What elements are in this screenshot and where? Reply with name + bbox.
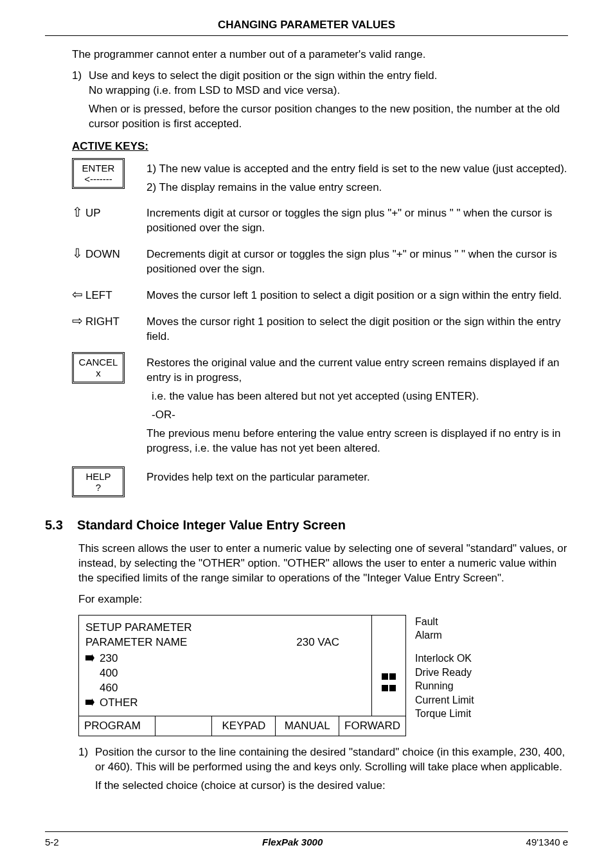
lcd-status-cell: MANUAL: [276, 716, 339, 736]
enter-button-label: ENTER: [78, 163, 119, 173]
pointer-icon: [85, 696, 100, 711]
cancel-desc-2: i.e. the value has been altered but not …: [152, 389, 568, 404]
lcd-option-1: 400: [100, 666, 118, 681]
led-indicator: [382, 673, 396, 680]
enter-desc-1-num: 1): [147, 163, 156, 175]
enter-button[interactable]: ENTER <-------: [72, 158, 125, 190]
key-row-left: ⇦ LEFT Moves the cursor left 1 position …: [72, 285, 568, 307]
after-step-1: 1) Position the cursor to the line conta…: [78, 745, 568, 775]
example-wrap: SETUP PARAMETER PARAMETER NAME 230 VAC 2…: [78, 615, 568, 737]
step-1-line1: Use and keys to select the digit positio…: [89, 69, 437, 82]
lcd-option-3: OTHER: [100, 696, 138, 711]
led-indicator: [382, 685, 396, 691]
section-paragraph-1: This screen allows the user to enter a n…: [78, 542, 568, 586]
svg-marker-1: [85, 698, 94, 706]
legend-item: Alarm: [415, 628, 474, 642]
list-row: OTHER: [85, 696, 365, 711]
section-paragraph-2: For example:: [78, 592, 568, 607]
step-1-line2: No wrapping (i.e. from LSD to MSD and vi…: [89, 84, 340, 96]
led-legend: Fault Alarm Interlock OK Drive Ready Run…: [415, 615, 474, 721]
lcd-status-bar: PROGRAM KEYPAD MANUAL FORWARD: [79, 716, 405, 736]
section-number: 5.3: [45, 517, 77, 534]
cancel-button-sub: x: [78, 368, 119, 378]
left-label: LEFT: [85, 288, 112, 303]
step-1: 1) Use and keys to select the digit posi…: [72, 69, 568, 98]
help-button-label: HELP: [78, 471, 119, 482]
right-label: RIGHT: [85, 315, 120, 330]
footer-page-number: 5-2: [45, 836, 59, 849]
enter-desc-2-txt: The display remains in the value entry s…: [159, 181, 382, 193]
list-row: 400: [85, 666, 365, 681]
section-title: Standard Choice Integer Value Entry Scre…: [77, 517, 568, 534]
footer-rule: [45, 831, 568, 832]
cancel-desc-4: The previous menu before entering the va…: [147, 427, 568, 456]
enter-desc-2-num: 2): [147, 181, 156, 193]
enter-desc-1: 1) The new value is accepted and the ent…: [147, 162, 568, 177]
left-desc: Moves the cursor left 1 position to sele…: [147, 288, 568, 303]
after-step-1-text: Position the cursor to the line containi…: [95, 745, 568, 775]
legend-item: Torque Limit: [415, 707, 474, 721]
key-row-enter: ENTER <------- 1) The new value is accep…: [72, 158, 568, 199]
page-header-title: CHANGING PARAMETER VALUES: [45, 18, 568, 33]
up-arrow-icon: ⇧: [72, 204, 83, 221]
help-button[interactable]: HELP ?: [72, 466, 125, 498]
help-desc: Provides help text on the particular par…: [147, 470, 568, 485]
legend-item: Current Limit: [415, 693, 474, 707]
lcd-status-cell: PROGRAM: [79, 716, 155, 736]
key-row-help: HELP ? Provides help text on the particu…: [72, 466, 568, 498]
lcd-status-cell: FORWARD: [339, 716, 405, 736]
footer-title: FlexPak 3000: [262, 836, 323, 849]
legend-item: Drive Ready: [415, 666, 474, 680]
after-step-1-number: 1): [78, 745, 95, 775]
key-row-up: ⇧ UP Increments digit at cursor or toggl…: [72, 202, 568, 240]
lcd-led-column: [372, 616, 405, 716]
lcd-param-value: 230 VAC: [296, 635, 339, 650]
up-desc: Increments digit at cursor or toggles th…: [147, 206, 568, 236]
left-arrow-icon: ⇦: [72, 286, 83, 303]
footer-doc-id: 49'1340 e: [526, 836, 568, 849]
enter-desc-2: 2) The display remains in the value entr…: [147, 181, 568, 195]
legend-item: Interlock OK: [415, 651, 474, 666]
key-row-down: ⇩ DOWN Decrements digit at cursor or tog…: [72, 244, 568, 281]
cancel-desc-3: -OR-: [152, 408, 568, 423]
page-footer: 5-2 FlexPak 3000 49'1340 e: [45, 831, 568, 849]
step-1-line3: When or is pressed, before the cursor po…: [89, 102, 568, 132]
right-desc: Moves the cursor right 1 position to sel…: [147, 315, 568, 344]
legend-item: Fault: [415, 615, 474, 629]
lcd-status-cell: KEYPAD: [212, 716, 276, 736]
enter-button-sub: <-------: [78, 173, 119, 184]
step-1-text: Use and keys to select the digit positio…: [89, 69, 568, 98]
cancel-button[interactable]: CANCEL x: [72, 352, 125, 384]
key-row-cancel: CANCEL x Restores the original value and…: [72, 352, 568, 460]
section-heading: 5.3 Standard Choice Integer Value Entry …: [45, 517, 568, 534]
right-arrow-icon: ⇨: [72, 312, 83, 330]
down-desc: Decrements digit at cursor or toggles th…: [147, 247, 568, 277]
lcd-param-name: PARAMETER NAME: [85, 635, 187, 650]
down-arrow-icon: ⇩: [72, 245, 83, 262]
pointer-icon: [85, 651, 100, 666]
up-label: UP: [85, 206, 101, 221]
header-rule: [45, 35, 568, 36]
lcd-line-1: SETUP PARAMETER: [85, 621, 365, 635]
cancel-desc-1: Restores the original value and the curr…: [147, 356, 568, 385]
list-row: 460: [85, 681, 365, 696]
lcd-option-2: 460: [100, 681, 118, 696]
enter-desc-1-txt: The new value is accepted and the entry …: [159, 163, 567, 175]
key-row-right: ⇨ RIGHT Moves the cursor right 1 positio…: [72, 311, 568, 348]
lcd-status-cell: [155, 716, 213, 736]
lcd-display: SETUP PARAMETER PARAMETER NAME 230 VAC 2…: [78, 615, 406, 737]
step-1-number: 1): [72, 69, 89, 98]
legend-item: Running: [415, 679, 474, 693]
intro-text: The programmer cannot enter a number out…: [72, 48, 568, 62]
lcd-option-0: 230: [100, 651, 118, 666]
help-button-sub: ?: [78, 482, 119, 493]
after-step-1-line2: If the selected choice (choice at cursor…: [95, 779, 568, 793]
active-keys-heading: ACTIVE KEYS:: [72, 139, 568, 154]
svg-marker-0: [85, 654, 94, 662]
down-label: DOWN: [85, 247, 120, 262]
list-row: 230: [85, 651, 365, 666]
cancel-button-label: CANCEL: [78, 357, 119, 368]
